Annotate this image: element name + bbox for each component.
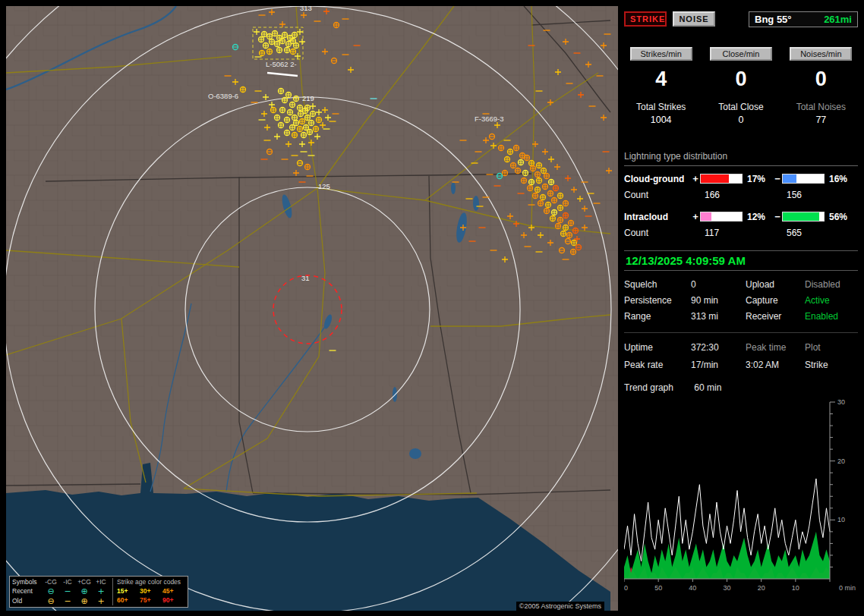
strike-symbol (275, 42, 280, 47)
total-noises-value: 77 (784, 115, 858, 125)
noise-mode-button[interactable]: NOISE (673, 11, 715, 27)
strike-symbol (298, 127, 303, 132)
plus-sign: + (691, 211, 700, 222)
cloud-ground-label: Cloud-ground (624, 174, 691, 184)
strike-symbol (563, 213, 569, 218)
y-tick-label: 10 (837, 516, 845, 523)
strike-symbol (275, 115, 280, 121)
strike-symbol (280, 39, 285, 44)
x-tick-label: 40 (689, 584, 696, 592)
legend-row-label: Old (12, 597, 43, 605)
strikes-per-min-button[interactable]: Strikes/min (630, 47, 692, 61)
age-code: 30+ (140, 587, 162, 596)
legend-col-header: +CG (76, 578, 93, 586)
x-tick-label: 10 (792, 584, 799, 592)
strike-symbol (273, 31, 278, 36)
range-ring-label: 125 (318, 182, 330, 190)
strike-symbol (563, 201, 569, 206)
total-noises-label: Total Noises (784, 102, 858, 112)
strike-symbol (277, 36, 282, 41)
strike-symbol (286, 93, 292, 98)
range-ring-label: 313 (300, 6, 312, 12)
cg-positive-bar (700, 174, 743, 184)
ic-plus-symbol: + (93, 597, 109, 605)
strike-symbol (537, 163, 542, 168)
strike-symbol (538, 201, 544, 206)
capture-label: Capture (746, 295, 805, 306)
strike-symbol (334, 23, 339, 28)
strike-symbol (291, 49, 296, 55)
map-canvas[interactable]: 31321912531L-5062 2-O-6389-6F-3669-3 (6, 6, 618, 611)
x-tick-label: 20 (758, 584, 765, 592)
strike-mode-button[interactable]: STRIKE (624, 11, 667, 27)
legend-age-title: Strike age color codes (117, 578, 185, 587)
strike-symbol (307, 130, 313, 135)
receiver-status: Enabled (805, 311, 858, 322)
strike-symbol (573, 228, 579, 234)
uptime-label: Uptime (624, 342, 691, 353)
strike-symbol (563, 225, 569, 231)
legend-age-table: Strike age color codes 15+ 30+ 45+ 60+ 7… (113, 578, 185, 605)
y-tick-label: 20 (837, 457, 845, 465)
trend-graph-header: Trend graph 60 min (624, 382, 858, 393)
total-strikes-value: 1004 (624, 115, 698, 125)
total-close-label: Total Close (704, 102, 777, 112)
trend-series-strike (624, 479, 830, 561)
strike-symbol (552, 198, 557, 203)
strike-symbol (552, 210, 557, 215)
range-ring-label: 219 (302, 94, 314, 102)
strike-symbol (271, 108, 276, 113)
cg-plus-symbol: ⊕ (76, 597, 93, 605)
y-tick-label: 30 (837, 399, 845, 406)
strike-symbol (528, 186, 533, 191)
bearing-label: Bng 55° (755, 14, 792, 25)
distribution-title: Lightning type distribution (624, 151, 858, 166)
range-label: Range (624, 311, 691, 322)
strike-symbol (537, 178, 542, 184)
strike-symbol (572, 240, 577, 246)
x-tick-label: 30 (723, 584, 730, 592)
persistence-value: 90 min (691, 295, 746, 306)
ic-positive-count: 117 (700, 228, 744, 238)
strike-symbol (314, 127, 319, 132)
copyright-text: ©2005 Astrogenic Systems (516, 602, 604, 611)
cg-positive-count: 166 (700, 190, 744, 200)
strike-symbol (279, 123, 284, 128)
noises-per-min-button[interactable]: Noises/min (790, 47, 852, 61)
legend-col-header: -CG (43, 578, 59, 586)
age-code: 60+ (117, 596, 140, 605)
x-tick-label: 50 (654, 584, 662, 592)
strike-symbol (553, 186, 559, 191)
strike-symbol (263, 43, 269, 49)
strike-symbol (292, 115, 298, 121)
ic-plus-symbol: + (93, 587, 109, 596)
noises-per-min-value: 0 (784, 67, 858, 91)
strike-symbol (503, 171, 508, 176)
uptime-value: 372:30 (691, 342, 746, 353)
total-strikes-label: Total Strikes (624, 102, 698, 112)
strike-symbol (282, 98, 288, 103)
strike-symbol (550, 216, 556, 222)
strike-symbol (305, 105, 311, 111)
strike-symbol (309, 121, 314, 126)
strike-symbol (292, 133, 298, 138)
plot-label: Plot (805, 342, 858, 353)
lightning-tracker-app: 31321912531L-5062 2-O-6389-6F-3669-3 Sym… (0, 0, 864, 616)
peak-time-value: 3:02 AM (746, 360, 805, 370)
rate-summary: Strikes/min 4 Total Strikes 1004 Close/m… (624, 47, 858, 125)
squelch-label: Squelch (624, 279, 691, 290)
close-per-min-button[interactable]: Close/min (710, 47, 772, 61)
squelch-value: 0 (691, 279, 746, 290)
trend-graph-label: Trend graph (624, 382, 673, 393)
map-legend: Symbols -CG -IC +CG +IC Recent ⊖ − ⊕ + O… (9, 576, 188, 608)
strike-symbol (548, 191, 553, 196)
cg-negative-bar (782, 174, 825, 184)
strike-symbol (260, 51, 265, 56)
strike-symbol (516, 168, 521, 174)
cg-minus-symbol: ⊖ (43, 587, 59, 596)
intracloud-row: Intracloud + 12% − 56% Count 117 565 (624, 211, 858, 238)
capture-status: Active (805, 295, 858, 306)
strike-symbol (544, 209, 550, 214)
cg-negative-pct: 16% (826, 174, 852, 184)
strike-symbol (523, 171, 528, 176)
